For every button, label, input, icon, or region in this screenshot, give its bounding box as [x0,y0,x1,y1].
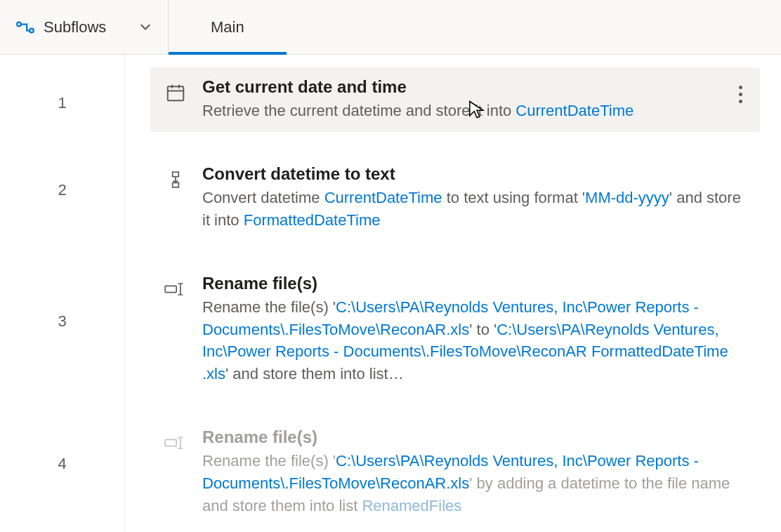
variable-token[interactable]: RenamedFiles [362,497,461,514]
svg-rect-9 [165,286,176,292]
action-list: Get current date and time Retrieve the c… [125,55,781,532]
action-title: Rename file(s) [202,427,747,447]
action-rename-files[interactable]: Rename file(s) Rename the file(s) 'C:\Us… [150,264,760,396]
action-description: Rename the file(s) 'C:\Users\PA\Reynolds… [202,296,747,386]
variable-token[interactable]: CurrentDateTime [516,102,634,119]
variable-token[interactable]: FormattedDateTime [591,343,728,360]
action-title: Convert datetime to text [202,164,747,184]
calendar-icon [163,80,188,105]
subflows-dropdown[interactable]: Subflows [0,0,169,54]
tab-main[interactable]: Main [169,0,287,54]
action-title: Rename file(s) [202,274,747,293]
svg-rect-6 [173,172,179,177]
action-description: Retrieve the current datetime and store … [202,100,747,122]
more-actions-button[interactable] [730,80,750,108]
variable-token[interactable]: FormattedDateTime [244,211,381,229]
svg-point-0 [17,22,21,26]
rename-icon [163,430,188,455]
toolbar: Subflows Main [0,0,781,55]
tab-main-label: Main [211,18,244,36]
literal-token: MM-dd-yyyy [585,189,669,206]
rename-icon [163,277,188,302]
subflows-icon [15,20,35,34]
action-rename-files-disabled[interactable]: Rename file(s) Rename the file(s) 'C:\Us… [150,418,760,527]
action-get-current-datetime[interactable]: Get current date and time Retrieve the c… [150,67,760,132]
line-number: 4 [0,401,124,526]
svg-point-1 [29,28,34,32]
chevron-down-icon [140,21,152,34]
literal-token: .xls [202,365,225,383]
svg-rect-11 [165,440,176,446]
line-number: 2 [0,139,124,241]
action-description: Convert datetime CurrentDateTime to text… [202,187,747,232]
convert-icon [163,167,188,192]
subflows-label: Subflows [44,18,106,36]
action-description: Rename the file(s) 'C:\Users\PA\Reynolds… [202,450,747,517]
svg-rect-2 [168,86,184,100]
action-title: Get current date and time [202,77,747,97]
line-number: 3 [0,241,124,401]
workspace: 1 2 3 4 Get current date and time Retrie… [0,55,781,532]
variable-token[interactable]: CurrentDateTime [324,189,442,206]
line-number-gutter: 1 2 3 4 [0,55,125,532]
action-convert-datetime-to-text[interactable]: Convert datetime to text Convert datetim… [150,154,760,241]
line-number: 1 [0,67,124,139]
